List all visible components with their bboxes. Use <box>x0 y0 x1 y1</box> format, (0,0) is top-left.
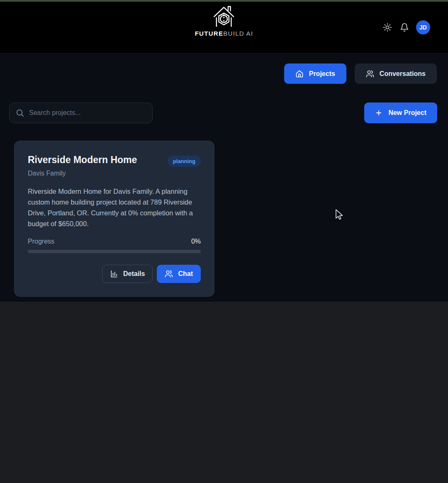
bell-icon <box>400 23 409 32</box>
tab-conversations[interactable]: Conversations <box>355 63 437 84</box>
progress-label: Progress <box>28 238 54 245</box>
project-title: Riverside Modern Home <box>28 154 137 166</box>
view-switcher: Projects Conversations <box>0 54 448 84</box>
user-avatar[interactable]: JD <box>416 20 430 34</box>
bar-chart-icon <box>110 270 118 278</box>
progress-value: 0% <box>191 238 201 245</box>
search-input[interactable] <box>29 109 146 117</box>
main-content: Projects Conversations <box>0 53 448 302</box>
new-project-button[interactable]: New Project <box>364 102 437 123</box>
users-icon <box>165 270 173 278</box>
brand-logo: FUTUREBUILD AI <box>195 5 253 37</box>
progress-bar <box>28 250 201 253</box>
home-icon <box>295 70 304 78</box>
progress-row: Progress 0% <box>28 238 201 245</box>
search-icon <box>15 108 24 117</box>
toolbar: New Project <box>0 84 448 123</box>
chat-button-label: Chat <box>178 270 193 278</box>
new-project-label: New Project <box>388 109 426 117</box>
app-header: FUTUREBUILD AI JD <box>0 2 448 53</box>
tab-projects-label: Projects <box>309 70 335 78</box>
details-button[interactable]: Details <box>102 265 153 283</box>
brand-wordmark: FUTUREBUILD AI <box>195 30 253 37</box>
project-card: Riverside Modern Home planning Davis Fam… <box>14 141 214 297</box>
brand-name-light: BUILD AI <box>223 30 253 37</box>
chat-button[interactable]: Chat <box>157 265 201 283</box>
search-box <box>9 102 153 123</box>
tab-conversations-label: Conversations <box>380 70 426 78</box>
smart-home-logo-icon <box>211 5 237 29</box>
status-badge: planning <box>168 156 201 167</box>
sun-icon <box>383 23 392 32</box>
users-icon <box>366 70 374 78</box>
project-description: Riverside Modern Home for Davis Family. … <box>28 186 201 229</box>
notifications-button[interactable] <box>399 22 410 33</box>
project-card-header: Riverside Modern Home planning <box>28 154 201 167</box>
project-client: Davis Family <box>28 170 201 177</box>
plus-icon <box>375 109 382 117</box>
project-card-actions: Details Chat <box>28 265 201 283</box>
bottom-filler <box>0 302 448 483</box>
tab-projects[interactable]: Projects <box>284 63 346 84</box>
details-button-label: Details <box>123 270 145 278</box>
header-actions: JD <box>382 2 430 53</box>
brand-name-bold: FUTURE <box>195 30 224 37</box>
theme-toggle-button[interactable] <box>382 22 393 33</box>
